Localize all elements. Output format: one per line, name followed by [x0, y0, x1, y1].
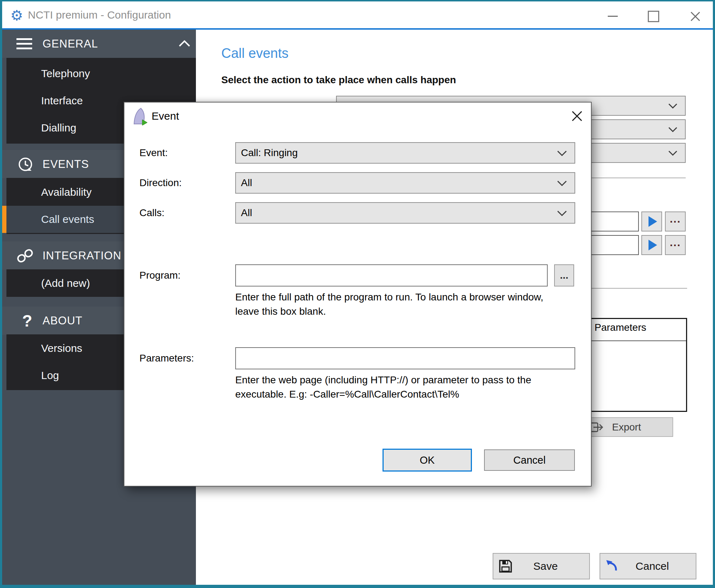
sidebar-item-telephony[interactable]: Telephony [6, 60, 196, 87]
play-button-1[interactable] [641, 211, 662, 231]
program-field-label: Program: [139, 265, 181, 286]
program-help-text: Enter the full path of the program to ru… [235, 290, 550, 319]
events-history-icon [17, 156, 34, 173]
chain-link-icon [16, 247, 34, 264]
page-subtitle: Select the action to take place when cal… [221, 74, 456, 86]
sidebar-section-label: INTEGRATION [43, 241, 122, 270]
dialog-close-button[interactable] [568, 107, 586, 125]
event-dialog: Event Event: Call: Ringing Direction: Al… [124, 102, 592, 487]
maximize-icon [648, 11, 659, 22]
window-title: NCTI premium - Configuration [28, 1, 171, 28]
window-border-bottom [0, 585, 715, 588]
chevron-down-icon [557, 210, 567, 217]
event-field-label: Event: [139, 142, 168, 164]
direction-dropdown[interactable]: All [235, 172, 575, 194]
maximize-button[interactable] [637, 3, 670, 30]
chevron-down-icon [557, 180, 567, 187]
hamburger-icon [16, 38, 32, 49]
parameters-help-text: Enter the web page (including HTTP://) o… [235, 373, 550, 402]
browse-button-2[interactable]: ... [665, 235, 686, 255]
calls-field-label: Calls: [139, 202, 164, 224]
parameters-field-label: Parameters: [139, 348, 194, 369]
parameters-input-wrap [235, 347, 575, 369]
minimize-button[interactable] [596, 3, 629, 30]
window-border-top [0, 0, 715, 1]
parameters-column-header: Parameters [595, 322, 646, 333]
sidebar-section-label: EVENTS [43, 150, 89, 178]
program-browse-button[interactable]: ... [554, 264, 574, 286]
app-window: ⚙ NCTI premium - Configuration GENERAL T… [0, 0, 715, 588]
window-border-right [713, 0, 715, 588]
program-input-wrap [235, 264, 548, 286]
event-dropdown-value: Call: Ringing [241, 143, 298, 163]
ellipsis-icon: ... [670, 239, 681, 251]
minimize-icon [608, 16, 618, 17]
save-button[interactable]: Save [493, 553, 590, 579]
event-app-icon [133, 108, 148, 125]
dialog-cancel-button[interactable]: Cancel [484, 449, 575, 471]
calls-dropdown[interactable]: All [235, 202, 575, 224]
chevron-down-icon [668, 126, 678, 133]
direction-dropdown-value: All [241, 173, 252, 193]
titlebar: ⚙ NCTI premium - Configuration [2, 1, 713, 28]
sidebar-section-label: GENERAL [43, 30, 98, 58]
event-dropdown[interactable]: Call: Ringing [235, 142, 575, 164]
main-cancel-button[interactable]: Cancel [600, 553, 696, 579]
direction-field-label: Direction: [139, 172, 182, 194]
sidebar-section-general[interactable]: GENERAL [2, 30, 196, 58]
chevron-up-icon[interactable] [178, 40, 191, 48]
save-floppy-icon [498, 559, 513, 573]
cancel-label: Cancel [620, 560, 685, 572]
calls-dropdown-value: All [241, 203, 252, 223]
play-icon [649, 240, 657, 250]
dialog-title: Event [152, 108, 179, 125]
save-label: Save [513, 560, 578, 572]
close-icon [689, 10, 701, 23]
chevron-down-icon [668, 150, 678, 156]
question-mark-icon: ? [19, 307, 35, 335]
chevron-down-icon [668, 103, 678, 109]
ellipsis-icon: ... [670, 215, 681, 228]
close-window-button[interactable] [678, 3, 713, 30]
sidebar-section-label: ABOUT [43, 307, 83, 335]
gear-icon: ⚙ [9, 7, 25, 24]
play-icon [649, 216, 657, 227]
play-button-2[interactable] [641, 235, 662, 255]
ok-button[interactable]: OK [383, 449, 472, 472]
page-title: Call events [221, 46, 289, 61]
parameters-input[interactable] [236, 348, 575, 369]
undo-arrow-icon [605, 559, 620, 573]
chevron-down-icon [557, 150, 567, 157]
program-input[interactable] [236, 265, 547, 286]
export-label: Export [612, 422, 641, 433]
browse-button-1[interactable]: ... [665, 211, 686, 231]
window-border-left [0, 0, 2, 588]
close-icon [570, 109, 584, 123]
